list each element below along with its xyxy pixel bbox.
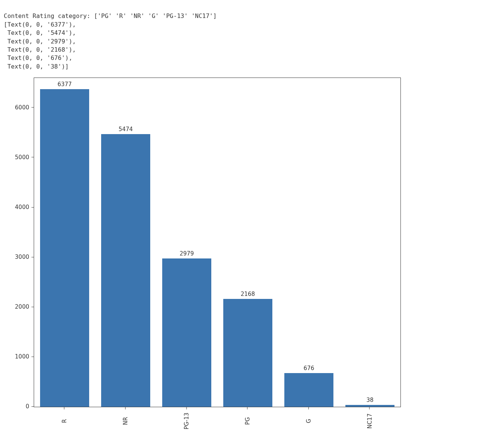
y-tick: 3000 <box>15 254 34 260</box>
x-tick: R <box>62 407 66 424</box>
bar <box>101 134 150 407</box>
x-tick-mark <box>64 407 64 409</box>
y-tick: 1000 <box>15 353 34 360</box>
code-output-line: Content Rating category: ['PG' 'R' 'NR' … <box>4 12 217 19</box>
y-tick: 2000 <box>15 303 34 310</box>
x-tick: PG-13 <box>178 407 195 424</box>
x-tick-label: PG <box>244 417 251 425</box>
bar-value-label: 676 <box>303 365 314 372</box>
code-output-block: Content Rating category: ['PG' 'R' 'NR' … <box>4 4 492 71</box>
y-tick-label: 1000 <box>15 353 30 360</box>
plot-area: 637754742979216867638 <box>34 78 401 407</box>
bar-value-label: 2168 <box>241 291 255 297</box>
x-axis: RNRPG-13PGGNC17 <box>34 407 401 433</box>
x-tick-mark <box>369 407 370 409</box>
code-output-line: Text(0, 0, '2168'), <box>4 46 76 53</box>
x-tick-label: NR <box>122 417 129 425</box>
x-tick-label: NC17 <box>366 414 373 429</box>
bar-value-label: 38 <box>366 397 373 403</box>
x-tick-mark <box>247 407 248 409</box>
bar <box>223 299 272 407</box>
y-tick: 4000 <box>15 204 34 211</box>
x-tick-label: PG-13 <box>183 413 190 430</box>
y-tick: 0 <box>25 403 34 410</box>
y-tick-label: 0 <box>25 403 30 410</box>
y-tick-label: 4000 <box>15 204 30 211</box>
code-output-line: Text(0, 0, '2979'), <box>4 38 76 45</box>
x-tick: NC17 <box>362 407 377 424</box>
bar-value-label: 5474 <box>118 126 133 133</box>
bars-group: 637754742979216867638 <box>34 78 400 407</box>
y-tick: 6000 <box>15 104 34 111</box>
y-tick-label: 2000 <box>15 303 30 310</box>
x-tick: G <box>306 407 311 424</box>
y-axis: 0100020003000400050006000 <box>7 78 34 407</box>
code-output-line: Text(0, 0, '38')] <box>4 63 69 70</box>
x-tick: NR <box>121 407 130 424</box>
x-tick-mark <box>125 407 125 409</box>
x-tick: PG <box>244 407 251 424</box>
bar <box>162 258 211 407</box>
y-tick: 5000 <box>15 154 34 161</box>
x-tick-mark <box>186 407 187 409</box>
y-tick-label: 6000 <box>15 104 30 111</box>
bar <box>284 373 333 407</box>
code-output-line: [Text(0, 0, '6377'), <box>4 21 76 28</box>
y-tick-label: 3000 <box>15 254 30 260</box>
bar <box>345 405 394 407</box>
y-tick-label: 5000 <box>15 154 30 161</box>
bar-value-label: 2979 <box>179 250 194 257</box>
code-output-line: Text(0, 0, '676'), <box>4 54 72 61</box>
x-tick-label: G <box>305 419 312 423</box>
bar-chart: 0100020003000400050006000 63775474297921… <box>7 74 405 433</box>
code-output-line: Text(0, 0, '5474'), <box>4 29 76 36</box>
x-tick-label: R <box>61 419 68 423</box>
bar <box>40 89 89 407</box>
bar-value-label: 6377 <box>57 81 72 88</box>
x-tick-mark <box>308 407 309 409</box>
